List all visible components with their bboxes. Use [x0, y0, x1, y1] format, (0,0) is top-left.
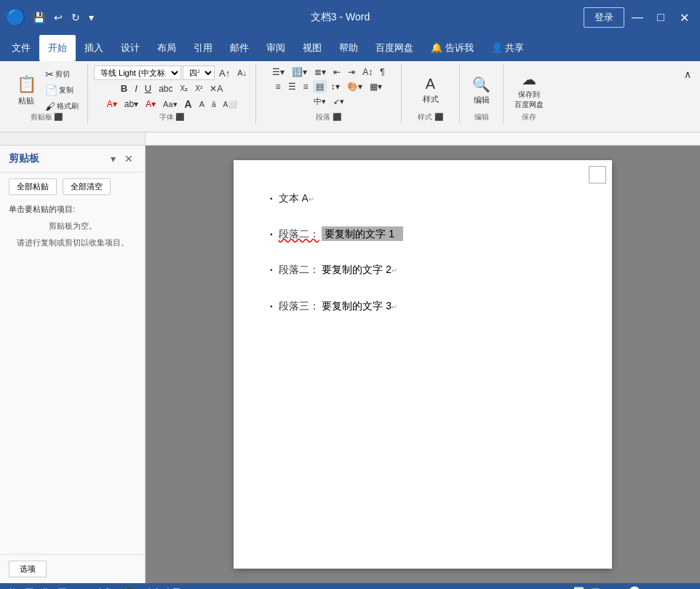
decrease-indent-btn[interactable]: ⇤ — [330, 66, 343, 79]
text-direction-btn[interactable]: ↙▾ — [330, 95, 347, 108]
font-size-small-btn[interactable]: A — [196, 98, 207, 110]
paragraph-group-label: 段落 ⬛ — [256, 112, 401, 122]
doc-paragraph-3: ▪ 段落二： 要复制的文字 2↵ — [270, 261, 576, 279]
minimize-button[interactable]: — — [627, 7, 648, 28]
restore-button[interactable]: □ — [651, 7, 671, 28]
language: 中文(中国) — [146, 587, 183, 590]
menu-file[interactable]: 文件 — [3, 35, 39, 61]
italic-button[interactable]: I — [132, 82, 140, 95]
change-case-btn[interactable]: Aa▾ — [160, 98, 180, 111]
page-info: 第 1 页，共 1 页 — [9, 587, 66, 590]
menu-home[interactable]: 开始 — [39, 35, 76, 61]
ribbon-group-save: ☁ 保存到百度网盘 保存 — [504, 64, 554, 124]
styles-group-label: 样式 ⬛ — [402, 112, 459, 122]
subscript-button[interactable]: X₂ — [178, 83, 191, 94]
para-2-content: 段落二： 要复制的文字 1↵ — [279, 225, 404, 243]
status-bar: 第 1 页，共 1 页 7/36 个字 ⬛ 中文(中国) ⬜ 📖 100% — [0, 583, 700, 589]
number-list-btn[interactable]: 🔢▾ — [289, 66, 310, 79]
clear-all-button[interactable]: 全部清空 — [63, 178, 111, 195]
close-button[interactable]: ✕ — [674, 7, 694, 28]
title-bar-left: 🔵 💾 ↩ ↻ ▾ — [6, 8, 97, 27]
copy-button[interactable]: 📄 复制 — [42, 83, 81, 98]
para-2-bullet: ▪ — [270, 228, 273, 241]
strikethrough-button[interactable]: abc — [156, 82, 175, 95]
document-area[interactable]: ▪ 文本 A↵ ▪ 段落二： 要复制的文字 1↵ ▪ 段落二： 要 — [146, 146, 700, 583]
para-3-text: 要复制的文字 2↵ — [322, 264, 397, 275]
menu-references[interactable]: 引用 — [185, 35, 221, 61]
qa-dropdown-btn[interactable]: ▾ — [86, 10, 97, 25]
menu-help[interactable]: 帮助 — [330, 35, 367, 61]
find-button[interactable]: 🔍 编辑 — [467, 66, 496, 115]
ribbon-group-edit: 🔍 编辑 编辑 — [460, 64, 504, 124]
undo-quick-btn[interactable]: ↩ — [51, 10, 65, 25]
title-bar: 🔵 💾 ↩ ↻ ▾ 文档3 - Word 登录 — □ ✕ — [0, 0, 700, 35]
bold-button[interactable]: B — [118, 82, 130, 95]
menu-design[interactable]: 设计 — [112, 35, 148, 61]
clipboard-options-button[interactable]: 选项 — [9, 561, 47, 577]
line-spacing-btn[interactable]: ↕▾ — [328, 80, 343, 93]
login-button[interactable]: 登录 — [584, 7, 624, 28]
align-center-btn[interactable]: ☰ — [285, 80, 299, 93]
chinese-layout-btn[interactable]: 中▾ — [311, 95, 329, 108]
font-color-btn[interactable]: A▾ — [104, 98, 120, 111]
save-baidu-button[interactable]: ☁ 保存到百度网盘 — [510, 66, 548, 115]
underline-button[interactable]: U — [142, 82, 154, 95]
collapse-ribbon-btn[interactable]: ∧ — [681, 67, 694, 82]
doc-paragraph-2: ▪ 段落二： 要复制的文字 1↵ — [270, 225, 576, 243]
clipboard-dropdown-btn[interactable]: ▾ — [108, 151, 119, 166]
clear-format-button[interactable]: ✕A — [207, 82, 226, 95]
show-marks-btn[interactable]: ¶ — [377, 66, 387, 79]
align-left-btn[interactable]: ≡ — [273, 80, 284, 93]
menu-mailings[interactable]: 邮件 — [221, 35, 258, 61]
main-layout: 剪贴板 ▾ ✕ 全部粘贴 全部清空 单击要粘贴的项目: 剪贴板为空。 请进行复制… — [0, 146, 700, 583]
highlight-btn[interactable]: ab▾ — [122, 98, 141, 111]
clipboard-header-buttons: ▾ ✕ — [108, 151, 136, 166]
menu-baidu[interactable]: 百度网盘 — [367, 35, 422, 61]
clipboard-panel-header: 剪贴板 ▾ ✕ — [0, 146, 145, 173]
clipboard-panel-title: 剪贴板 — [9, 152, 39, 165]
save-quick-btn[interactable]: 💾 — [30, 10, 48, 25]
menu-tell-me[interactable]: 🔔 告诉我 — [422, 35, 482, 61]
font-color2-btn[interactable]: A▾ — [143, 98, 159, 111]
font-shrink-btn[interactable]: A↓ — [234, 67, 250, 79]
menu-insert[interactable]: 插入 — [76, 35, 112, 61]
increase-indent-btn[interactable]: ⇥ — [345, 66, 358, 79]
clipboard-close-btn[interactable]: ✕ — [122, 151, 136, 166]
sort-btn[interactable]: A↕ — [359, 66, 375, 79]
char-border-btn[interactable]: A⬜ — [220, 99, 240, 110]
font-grow-btn[interactable]: A↑ — [216, 66, 233, 80]
para-3-label: 段落二： — [279, 264, 319, 275]
menu-review[interactable]: 审阅 — [258, 35, 294, 61]
justify-btn[interactable]: ▤ — [313, 80, 327, 93]
menu-bar: 文件 开始 插入 设计 布局 引用 邮件 审阅 视图 帮助 百度网盘 🔔 告诉我… — [0, 35, 700, 61]
clipboard-empty-msg: 剪贴板为空。 — [0, 218, 145, 234]
paste-all-button[interactable]: 全部粘贴 — [9, 178, 57, 195]
para-2-label: 段落二： — [279, 228, 319, 240]
para-4-text: 要复制的文字 3↵ — [322, 300, 397, 312]
word-icon: 🔵 — [6, 8, 25, 27]
align-right-btn[interactable]: ≡ — [301, 80, 311, 93]
format-painter-button[interactable]: 🖌 格式刷 — [42, 99, 81, 114]
paste-button[interactable]: 📋 粘贴 — [12, 66, 41, 115]
phonetic-btn[interactable]: ā — [209, 99, 219, 110]
menu-view[interactable]: 视图 — [294, 35, 330, 61]
menu-share[interactable]: 👤 共享 — [482, 35, 533, 61]
cut-button[interactable]: ✂ 剪切 — [42, 67, 81, 82]
font-size-select[interactable]: 四号 — [183, 66, 215, 80]
word-count: 7/36 个字 — [78, 587, 111, 590]
borders-btn[interactable]: ▦▾ — [367, 80, 385, 93]
multilevel-list-btn[interactable]: ≣▾ — [311, 66, 329, 79]
superscript-button[interactable]: X² — [192, 83, 205, 94]
status-bar-left: 第 1 页，共 1 页 7/36 个字 ⬛ 中文(中国) — [9, 587, 183, 590]
font-size-large-btn[interactable]: A — [182, 97, 195, 111]
zoom-slider[interactable] — [607, 586, 665, 589]
menu-layout[interactable]: 布局 — [148, 35, 185, 61]
bullet-list-btn[interactable]: ☰▾ — [269, 66, 287, 79]
title-bar-right: 登录 — □ ✕ — [584, 7, 694, 28]
title-bar-center: 文档3 - Word — [311, 11, 370, 24]
redo-quick-btn[interactable]: ↻ — [68, 10, 83, 25]
styles-button[interactable]: A 样式 — [416, 66, 445, 115]
font-name-select[interactable]: 等线 Light (中文标题 — [94, 66, 181, 80]
shading-btn[interactable]: 🎨▾ — [344, 80, 365, 93]
ribbon-group-font: 等线 Light (中文标题 四号 A↑ A↓ B I U abc X₂ X² … — [88, 64, 256, 124]
